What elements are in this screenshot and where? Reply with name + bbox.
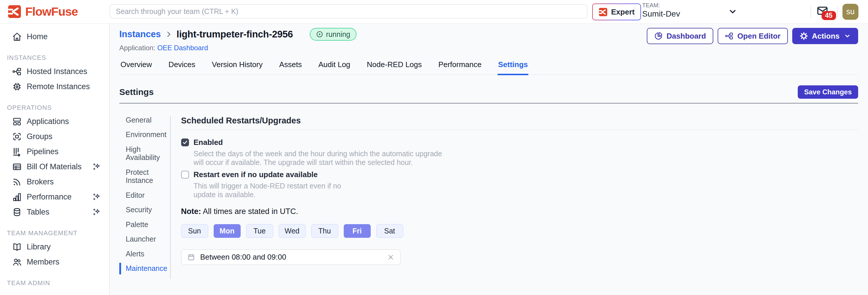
topbar: FlowFuse Expert TEAM: Sumit-Dev 45 <box>0 0 868 24</box>
restart-no-update-label[interactable]: Restart even if no update available <box>194 170 318 179</box>
sidebar-item-home[interactable]: Home <box>0 29 109 44</box>
time-window-input[interactable]: Between 08:00 and 09:00 <box>181 249 401 265</box>
expert-label: Expert <box>611 7 634 17</box>
settings-nav-launcher[interactable]: Launcher <box>126 235 169 243</box>
sidebar-item-bill-of-materials[interactable]: Bill Of Materials <box>0 159 109 174</box>
maintenance-heading: Scheduled Restarts/Upgrades <box>181 116 859 125</box>
calendar-icon <box>187 253 195 261</box>
utc-note-text: All times are stated in UTC. <box>201 207 299 216</box>
hosted-instances-icon <box>12 67 22 77</box>
tab-performance[interactable]: Performance <box>438 58 482 75</box>
sidebar-item-tables[interactable]: Tables <box>0 204 109 219</box>
save-changes-button[interactable]: Save Changes <box>798 85 858 99</box>
settings-nav-security[interactable]: Security <box>126 206 169 214</box>
sidebar-item-label: Tables <box>27 208 49 216</box>
sidebar-item-label: Groups <box>27 132 53 141</box>
avatar[interactable]: su <box>842 4 859 20</box>
settings-nav-high-availability[interactable]: High Availability <box>126 145 169 162</box>
search-input[interactable] <box>110 4 587 18</box>
tab-settings[interactable]: Settings <box>498 58 529 75</box>
sidebar-item-label: Bill Of Materials <box>27 162 82 171</box>
sidebar-item-applications[interactable]: Applications <box>0 114 109 129</box>
day-button-sat[interactable]: Sat <box>376 224 403 238</box>
ai-sparkles-icon <box>92 208 101 216</box>
breadcrumb-instances-link[interactable]: Instances <box>119 29 161 39</box>
day-button-tue[interactable]: Tue <box>246 224 273 238</box>
dashboard-button-label: Dashboard <box>666 32 706 41</box>
tab-assets[interactable]: Assets <box>279 58 303 75</box>
settings-nav-alerts[interactable]: Alerts <box>126 250 169 258</box>
tab-overview[interactable]: Overview <box>120 58 152 75</box>
brokers-icon <box>12 177 22 187</box>
sidebar-section-instances: INSTANCES <box>0 54 109 61</box>
enabled-checkbox[interactable] <box>181 139 189 146</box>
actions-button[interactable]: Actions <box>792 28 858 44</box>
settings-nav-environment[interactable]: Environment <box>126 130 169 139</box>
application-row: Application: OEE Dashboard <box>119 44 356 52</box>
flowfuse-logo[interactable]: FlowFuse <box>7 5 78 19</box>
notifications-button[interactable]: 45 <box>816 5 829 17</box>
day-button-sun[interactable]: Sun <box>181 224 208 238</box>
main-content: Instances light-trumpeter-finch-2956 run… <box>110 24 868 295</box>
instance-name: light-trumpeter-finch-2956 <box>177 29 293 40</box>
team-switcher[interactable]: TEAM: Sumit-Dev <box>642 2 680 19</box>
sidebar-item-library[interactable]: Library <box>0 239 109 254</box>
logo-text: FlowFuse <box>25 5 78 19</box>
tab-version-history[interactable]: Version History <box>211 58 263 75</box>
enabled-description: Select the days of the week and the hour… <box>194 149 859 167</box>
sidebar-section-operations: OPERATIONS <box>0 104 109 111</box>
sidebar-item-remote-instances[interactable]: Remote Instances <box>0 79 109 94</box>
sidebar: Home INSTANCES Hosted Instances <box>0 24 110 295</box>
tab-node-red-logs[interactable]: Node-RED Logs <box>366 58 423 75</box>
remote-instances-icon <box>12 82 22 91</box>
chevron-down-icon <box>844 32 851 39</box>
sidebar-item-pipelines[interactable]: Pipelines <box>0 144 109 159</box>
gear-icon <box>800 32 808 40</box>
expert-button[interactable]: Expert <box>592 3 641 20</box>
topbar-divider <box>837 6 838 18</box>
tables-icon <box>12 207 22 217</box>
sidebar-item-label: Library <box>27 242 51 252</box>
application-label: Application: <box>119 44 155 52</box>
sidebar-item-performance[interactable]: Performance <box>0 189 109 204</box>
instance-tabs: Overview Devices Version History Assets … <box>119 58 858 75</box>
chevron-down-icon[interactable] <box>728 7 737 16</box>
settings-nav-general[interactable]: General <box>126 116 169 124</box>
node-red-editor-icon <box>725 32 734 40</box>
settings-nav-editor[interactable]: Editor <box>126 191 169 200</box>
app-window: FlowFuse Expert TEAM: Sumit-Dev 45 <box>0 0 868 295</box>
play-circle-icon <box>316 30 323 38</box>
team-label: TEAM: <box>642 2 680 9</box>
sidebar-section-team-management: TEAM MANAGEMENT <box>0 229 109 236</box>
sidebar-item-label: Remote Instances <box>27 82 90 91</box>
open-editor-button[interactable]: Open Editor <box>718 28 788 44</box>
tab-audit-log[interactable]: Audit Log <box>318 58 351 75</box>
page-header: Instances light-trumpeter-finch-2956 run… <box>119 28 858 52</box>
dashboard-button[interactable]: Dashboard <box>647 28 713 44</box>
settings-title: Settings <box>119 87 154 97</box>
sidebar-item-brokers[interactable]: Brokers <box>0 174 109 189</box>
day-button-wed[interactable]: Wed <box>279 224 306 238</box>
sidebar-item-hosted-instances[interactable]: Hosted Instances <box>0 64 109 79</box>
application-link[interactable]: OEE Dashboard <box>157 44 208 52</box>
sidebar-item-label: Performance <box>27 193 72 202</box>
sidebar-item-members[interactable]: Members <box>0 254 109 269</box>
clear-time-icon[interactable] <box>387 254 395 261</box>
day-button-thu[interactable]: Thu <box>311 224 338 238</box>
tab-devices[interactable]: Devices <box>168 58 196 75</box>
pipelines-icon <box>12 147 22 156</box>
settings-nav-protect-instance[interactable]: Protect Instance <box>126 168 169 185</box>
sidebar-item-label: Members <box>27 258 60 267</box>
settings-nav-maintenance[interactable]: Maintenance <box>126 264 169 273</box>
enabled-label[interactable]: Enabled <box>194 138 223 147</box>
performance-icon <box>12 192 22 202</box>
settings-nav-palette[interactable]: Palette <box>126 220 169 229</box>
notification-badge: 45 <box>822 11 836 20</box>
sidebar-item-groups[interactable]: Groups <box>0 129 109 144</box>
sidebar-item-label: Hosted Instances <box>27 67 87 76</box>
breadcrumb-chevron-icon <box>165 30 173 38</box>
restart-no-update-checkbox[interactable] <box>181 171 189 179</box>
day-button-fri[interactable]: Fri <box>344 224 371 238</box>
utc-note-label: Note: <box>181 207 201 216</box>
day-button-mon[interactable]: Mon <box>214 224 241 238</box>
